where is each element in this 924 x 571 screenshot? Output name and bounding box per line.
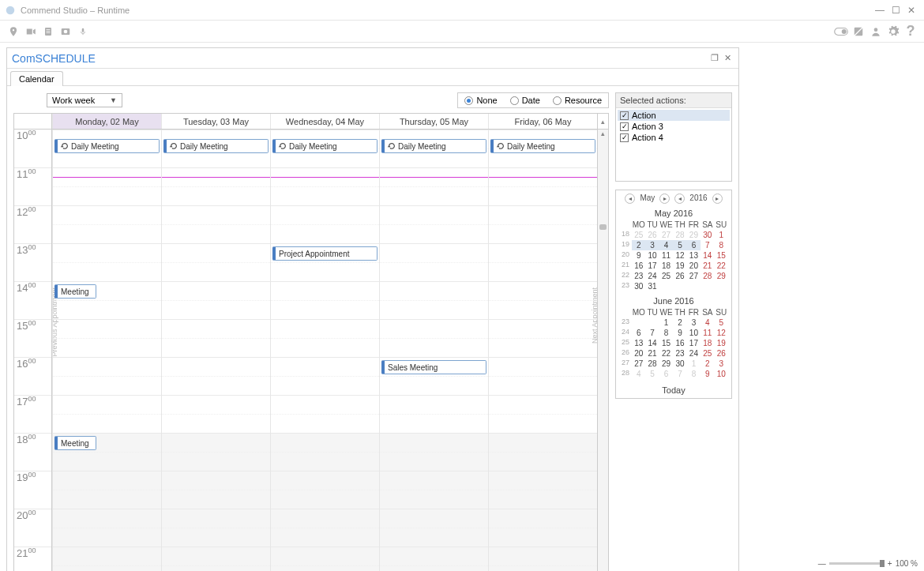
mini-cal-day[interactable]: 13 <box>687 250 701 261</box>
mini-cal-day[interactable]: 27 <box>687 271 701 281</box>
calendar-event[interactable]: Daily Meeting <box>163 139 269 153</box>
restore-panel-button[interactable]: ❐ <box>708 53 721 63</box>
day-header[interactable]: Monday, 02 May <box>52 114 161 129</box>
today-button[interactable]: Today <box>616 382 731 398</box>
mini-cal-day[interactable]: 3 <box>645 240 659 250</box>
mini-cal-day[interactable]: 5 <box>645 369 659 379</box>
mini-cal-day[interactable]: 12 <box>673 250 686 261</box>
close-panel-button[interactable]: ✕ <box>721 53 734 63</box>
mini-cal-day[interactable]: 16 <box>673 338 686 348</box>
mini-cal-day[interactable]: 20 <box>687 261 701 271</box>
mini-cal-day[interactable]: 1 <box>659 317 673 328</box>
help-icon[interactable]: ? <box>902 24 919 39</box>
action-item[interactable]: ✓Action 4 <box>618 132 730 143</box>
mini-cal-day[interactable]: 6 <box>687 240 701 250</box>
mini-cal-day[interactable] <box>632 317 645 328</box>
radio-none[interactable]: None <box>464 96 497 105</box>
mini-cal-day[interactable]: 14 <box>701 250 714 261</box>
action-item[interactable]: ✓Action 3 <box>618 121 730 132</box>
next-month-button[interactable]: ▸ <box>659 193 670 204</box>
mini-cal-day[interactable]: 30 <box>632 281 645 291</box>
day-column[interactable]: Daily MeetingMeetingMeeting <box>52 130 161 571</box>
mini-cal-day[interactable]: 27 <box>659 230 673 240</box>
mini-cal-day[interactable]: 24 <box>687 348 701 359</box>
mini-cal-day[interactable]: 8 <box>659 328 673 338</box>
mini-cal-day[interactable]: 25 <box>701 348 714 359</box>
mini-cal-day[interactable]: 9 <box>673 328 686 338</box>
close-window-button[interactable]: ✕ <box>903 5 919 16</box>
mini-cal-day[interactable]: 29 <box>659 359 673 369</box>
day-header[interactable]: Friday, 06 May <box>488 114 597 129</box>
location-icon[interactable] <box>5 24 22 39</box>
mini-cal-day[interactable]: 23 <box>673 348 686 359</box>
mini-cal-day[interactable]: 21 <box>701 261 714 271</box>
user-icon[interactable] <box>867 24 885 39</box>
mini-cal-day[interactable]: 2 <box>701 359 714 369</box>
mini-cal-day[interactable]: 29 <box>715 271 728 281</box>
mini-cal-day[interactable]: 1 <box>687 359 701 369</box>
mini-cal-day[interactable]: 4 <box>632 369 645 379</box>
toggle-icon[interactable] <box>832 24 850 39</box>
mini-cal-day[interactable]: 28 <box>701 271 714 281</box>
next-year-button[interactable]: ▸ <box>712 193 723 204</box>
mini-cal-day[interactable]: 26 <box>645 230 659 240</box>
mini-cal-day[interactable]: 29 <box>687 230 701 240</box>
checkbox-icon[interactable]: ✓ <box>620 133 629 142</box>
mini-cal-day[interactable]: 13 <box>632 338 645 348</box>
mini-cal-day[interactable]: 16 <box>632 261 645 271</box>
mini-cal-day[interactable]: 28 <box>645 359 659 369</box>
mini-cal-day[interactable] <box>701 281 714 291</box>
mini-cal-day[interactable]: 3 <box>715 359 728 369</box>
mini-cal-day[interactable]: 25 <box>659 271 673 281</box>
day-column[interactable]: Daily MeetingProject Appointment <box>270 130 379 571</box>
calendar-event[interactable]: Daily Meeting <box>54 139 160 153</box>
checkbox-icon[interactable]: ✓ <box>620 111 629 120</box>
mini-cal-day[interactable]: 10 <box>645 250 659 261</box>
mini-cal-day[interactable]: 30 <box>701 230 714 240</box>
mini-cal-day[interactable]: 23 <box>632 271 645 281</box>
mini-cal-day[interactable]: 30 <box>673 359 686 369</box>
mini-cal-day[interactable]: 10 <box>687 328 701 338</box>
mini-cal-day[interactable]: 26 <box>715 348 728 359</box>
calendar-event[interactable]: Daily Meeting <box>272 139 377 153</box>
view-select[interactable]: Work week ▼ <box>47 93 122 107</box>
checkbox-icon[interactable]: ✓ <box>620 122 629 131</box>
mini-cal-day[interactable]: 31 <box>645 281 659 291</box>
mini-cal-day[interactable]: 22 <box>715 261 728 271</box>
camera-icon[interactable] <box>22 24 39 39</box>
mini-cal-day[interactable]: 27 <box>632 359 645 369</box>
mini-cal-day[interactable]: 9 <box>701 369 714 379</box>
minimize-button[interactable]: — <box>872 5 888 16</box>
mini-cal-day[interactable]: 19 <box>715 338 728 348</box>
maximize-button[interactable]: ☐ <box>888 5 903 16</box>
prev-year-button[interactable]: ◂ <box>674 193 685 204</box>
mini-cal-day[interactable]: 28 <box>673 230 686 240</box>
calendar-event[interactable]: Meeting <box>54 436 96 450</box>
tab-calendar[interactable]: Calendar <box>10 71 63 86</box>
mini-cal-day[interactable]: 25 <box>632 230 645 240</box>
photo-icon[interactable] <box>57 24 74 39</box>
mini-cal-day[interactable]: 22 <box>659 348 673 359</box>
calendar-event[interactable]: Project Appointment <box>272 246 377 261</box>
mini-cal-day[interactable]: 15 <box>715 250 728 261</box>
gear-icon[interactable] <box>885 24 902 39</box>
mini-cal-day[interactable] <box>645 317 659 328</box>
mini-cal-day[interactable] <box>673 281 686 291</box>
calendar-event[interactable]: Daily Meeting <box>381 139 486 153</box>
mini-cal-day[interactable]: 20 <box>632 348 645 359</box>
mini-cal-day[interactable]: 1 <box>715 230 728 240</box>
mini-cal-day[interactable]: 21 <box>645 348 659 359</box>
mini-cal-day[interactable]: 10 <box>715 369 728 379</box>
mini-cal-day[interactable]: 8 <box>715 240 728 250</box>
zoom-control[interactable]: — + 100 % <box>818 559 918 568</box>
mini-cal-day[interactable]: 6 <box>632 328 645 338</box>
box-icon[interactable] <box>850 24 867 39</box>
mini-cal-day[interactable]: 4 <box>659 240 673 250</box>
vertical-scrollbar[interactable]: ▴ ▾ <box>597 130 608 571</box>
mini-cal-day[interactable]: 15 <box>659 338 673 348</box>
day-header[interactable]: Wednesday, 04 May <box>270 114 379 129</box>
mini-cal-day[interactable]: 18 <box>701 338 714 348</box>
day-column[interactable]: Daily MeetingSales Meeting <box>379 130 488 571</box>
mini-cal-day[interactable] <box>687 281 701 291</box>
mini-cal-day[interactable]: 26 <box>673 271 686 281</box>
